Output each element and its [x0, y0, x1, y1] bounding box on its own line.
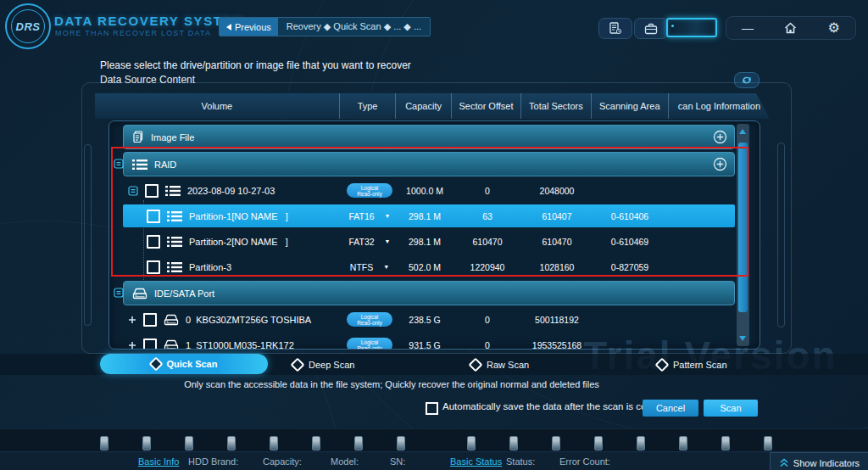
table-row-raid-volume[interactable]: 2023-08-09 10-27-03LogicalRead-only1000.… [123, 179, 735, 202]
row-checkbox[interactable] [143, 313, 157, 327]
report-icon [609, 22, 622, 35]
toolbox-button[interactable] [634, 18, 668, 39]
sector-offset-value: 610470 [472, 237, 502, 247]
filesystem-type-dropdown[interactable]: FAT16▼ [348, 211, 390, 221]
total-sectors-value: 610407 [542, 211, 571, 221]
toolbox-icon [644, 23, 658, 35]
capacity-value: 298.1 M [409, 211, 441, 221]
logo-text: DRS [11, 9, 45, 43]
table-row-disk-1[interactable]: 1 ST1000LM035-1RK172LogicalRead-only931.… [123, 333, 735, 350]
total-sectors-value: 500118192 [535, 315, 579, 325]
status-label-status: Status: [506, 456, 535, 467]
expand-expander-icon[interactable] [128, 316, 136, 324]
report-button[interactable] [598, 18, 632, 39]
total-sectors-value: 2048000 [540, 186, 575, 196]
hdd-icon [164, 339, 179, 350]
filesystem-type-value: NTFS [350, 262, 373, 272]
column-header-capacity: Capacity [396, 93, 452, 119]
show-indicators-button[interactable]: Show Indicators [770, 452, 868, 470]
row-label: Image File [151, 132, 194, 143]
drive-indicator-icon [764, 436, 772, 450]
table-row-image-file[interactable]: Image File [123, 125, 735, 149]
collapse-expander-icon[interactable] [114, 159, 124, 169]
scroll-down-icon[interactable] [739, 336, 746, 341]
table-row-disk-0[interactable]: 0 KBG30ZMT256G TOSHIBALogicalRead-only23… [123, 308, 735, 331]
refresh-button[interactable] [734, 72, 760, 88]
scan-mode-deep-scan[interactable]: Deep Scan [292, 355, 354, 374]
table-row-ide-sata-port[interactable]: IDE/SATA Port [123, 281, 735, 305]
capacity-value: 298.1 M [409, 237, 441, 247]
drive-indicator-icon [100, 436, 108, 450]
column-header-can-log-information: can Log Information [669, 93, 770, 119]
table-row-raid[interactable]: RAID [123, 152, 735, 176]
breadcrumb: Previous Reovery ◆ Quick Scan ◆ ... ◆ ..… [219, 17, 431, 36]
back-arrow-icon [226, 24, 231, 31]
chevron-down-icon: ▼ [383, 264, 389, 270]
row-checkbox[interactable] [147, 260, 160, 274]
scrollbar-thumb[interactable] [738, 143, 748, 312]
scan-mode-pattern-scan[interactable]: Pattern Scan [657, 355, 727, 374]
row-label: IDE/SATA Port [154, 288, 214, 299]
autosave-label: Automatically save the data after the sc… [442, 401, 676, 411]
file-icon [132, 131, 144, 143]
refresh-icon [741, 76, 753, 85]
filesystem-type-dropdown[interactable]: NTFS▼ [350, 262, 389, 272]
drive-indicator-icon [142, 436, 151, 450]
status-label-hdd-brand: HDD Brand: [188, 456, 238, 467]
data-source-content-label: Data Source Content [100, 74, 195, 86]
add-button[interactable] [713, 130, 727, 144]
row-label: Partition-3 [189, 262, 231, 272]
row-checkbox[interactable] [147, 210, 160, 223]
capacity-value: 238.5 G [409, 315, 440, 325]
table-row-partition-2[interactable]: Partition-2[NO NAME ]FAT32▼298.1 M610470… [123, 230, 735, 253]
sector-offset-value: 1220940 [470, 262, 505, 272]
home-icon[interactable] [784, 22, 797, 34]
row-label: 1 ST1000LM035-1RK172 [186, 340, 294, 350]
logical-read-only-badge: LogicalRead-only [347, 338, 392, 350]
gear-icon[interactable]: ⚙ [828, 21, 840, 35]
collapse-expander-icon[interactable] [128, 186, 138, 196]
collapse-expander-icon[interactable] [114, 288, 124, 298]
app-title: DATA RECOVERY SYSTEM [54, 14, 244, 28]
row-checkbox[interactable] [143, 339, 157, 350]
status-label-basic-status[interactable]: Basic Status [450, 456, 502, 467]
scanning-area-value: 0-610406 [611, 211, 648, 221]
filesystem-type-dropdown[interactable]: FAT32▼ [348, 237, 390, 247]
cancel-button[interactable]: Cancel [643, 400, 698, 417]
table-row-partition-3[interactable]: Partition-3NTFS▼502.0 M122094010281600-8… [123, 255, 735, 278]
battery-dot [671, 25, 674, 27]
previous-button[interactable]: Previous [220, 18, 278, 36]
column-header-volume: Volume [95, 93, 340, 119]
row-label: 0 KBG30ZMT256G TOSHIBA [186, 315, 311, 325]
instruction-text: Please select the drive/partition or ima… [100, 59, 411, 71]
filesystem-type-value: FAT32 [348, 237, 374, 247]
total-sectors-value: 1028160 [540, 262, 575, 272]
volume-table: Image FileRAID2023-08-09 10-27-03Logical… [108, 120, 760, 350]
scroll-up-icon[interactable] [739, 129, 746, 134]
status-label-basic-info[interactable]: Basic Info [138, 456, 179, 467]
capacity-value: 502.0 M [409, 262, 441, 272]
add-button[interactable] [713, 157, 727, 171]
row-label-group: RAID [124, 159, 176, 171]
status-label-error-count: Error Count: [559, 456, 610, 467]
scan-mode-quick-scan[interactable]: Quick Scan [100, 354, 268, 374]
scan-mode-label: Deep Scan [309, 360, 354, 370]
table-row-partition-1[interactable]: Partition-1[NO NAME ]FAT16▼298.1 M636104… [123, 204, 735, 227]
scan-mode-raw-scan[interactable]: Raw Scan [470, 355, 529, 374]
vertical-scrollbar[interactable] [737, 124, 749, 346]
row-checkbox[interactable] [145, 184, 159, 198]
scan-button[interactable]: Scan [704, 400, 758, 417]
list-icon [132, 159, 147, 171]
hdd-icon [164, 314, 179, 326]
autosave-checkbox[interactable] [426, 402, 438, 415]
minimize-icon[interactable]: — [742, 22, 754, 34]
row-checkbox[interactable] [147, 235, 160, 249]
scan-mode-icon [655, 357, 670, 372]
logical-read-only-badge: LogicalRead-only [347, 312, 392, 327]
table-rows: Image FileRAID2023-08-09 10-27-03Logical… [123, 125, 735, 350]
status-label-capacity: Capacity: [263, 456, 302, 467]
expand-expander-icon[interactable] [128, 341, 136, 350]
breadcrumb-path: Reovery ◆ Quick Scan ◆ ... ◆ ... [278, 18, 430, 36]
column-header-total-sectors: Total Sectors [521, 93, 591, 119]
drive-indicator-icon [637, 436, 645, 450]
